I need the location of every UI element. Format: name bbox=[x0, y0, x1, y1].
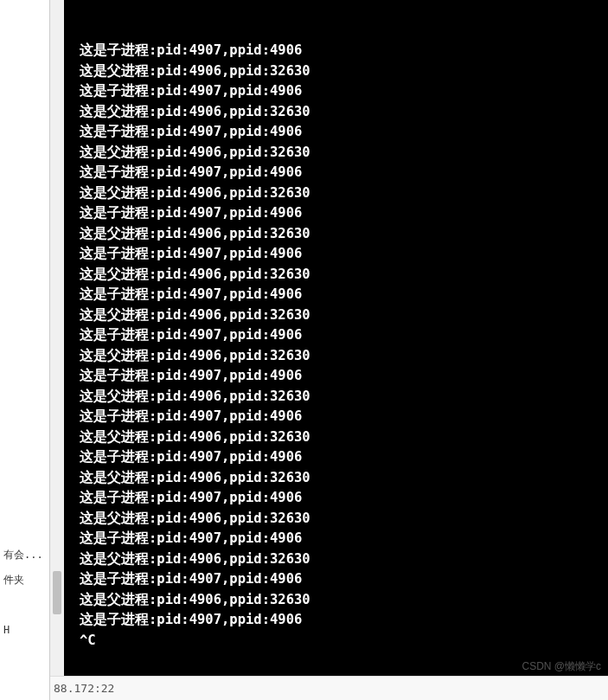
terminal-line: 这是父进程:pid:4906,ppid:32630 bbox=[80, 387, 608, 408]
scrollbar-thumb[interactable] bbox=[53, 571, 61, 614]
terminal-line: 这是子进程:pid:4907,ppid:4906 bbox=[80, 244, 608, 265]
watermark: CSDN @懒懒学c bbox=[522, 659, 601, 674]
left-item-1[interactable]: 有会... bbox=[0, 543, 49, 568]
terminal-line: 这是子进程:pid:4907,ppid:4906 bbox=[80, 407, 608, 427]
left-item-2[interactable]: 件夹 bbox=[0, 568, 49, 593]
status-bar: 88.172:22 bbox=[50, 676, 608, 700]
terminal-line: 这是子进程:pid:4907,ppid:4906 bbox=[80, 569, 608, 590]
terminal-line: 这是子进程:pid:4907,ppid:4906 bbox=[80, 488, 608, 509]
terminal-line: 这是父进程:pid:4906,ppid:32630 bbox=[80, 468, 608, 489]
terminal-line: 这是子进程:pid:4907,ppid:4906 bbox=[80, 163, 608, 183]
left-item-3[interactable]: H bbox=[0, 619, 49, 641]
terminal-line: 这是父进程:pid:4906,ppid:32630 bbox=[80, 183, 608, 204]
terminal-line: 这是子进程:pid:4907,ppid:4906 bbox=[80, 81, 608, 102]
terminal-line: 这是父进程:pid:4906,ppid:32630 bbox=[80, 590, 608, 611]
terminal-line: 这是父进程:pid:4906,ppid:32630 bbox=[80, 305, 608, 326]
terminal-line: 这是父进程:pid:4906,ppid:32630 bbox=[80, 549, 608, 570]
terminal-line: 这是父进程:pid:4906,ppid:32630 bbox=[80, 509, 608, 530]
terminal-line: 这是子进程:pid:4907,ppid:4906 bbox=[80, 610, 608, 631]
terminal-line: 这是父进程:pid:4906,ppid:32630 bbox=[80, 265, 608, 286]
terminal-line: 这是父进程:pid:4906,ppid:32630 bbox=[80, 346, 608, 367]
terminal-line: 这是子进程:pid:4907,ppid:4906 bbox=[80, 41, 608, 61]
terminal-line: 这是子进程:pid:4907,ppid:4906 bbox=[80, 529, 608, 549]
terminal-line: 这是子进程:pid:4907,ppid:4906 bbox=[80, 447, 608, 468]
terminal-line: ^C bbox=[80, 631, 608, 652]
terminal-line: 这是父进程:pid:4906,ppid:32630 bbox=[80, 61, 608, 82]
left-panel: 有会... 件夹 H bbox=[0, 0, 50, 700]
terminal-line: 这是父进程:pid:4906,ppid:32630 bbox=[80, 102, 608, 123]
terminal-line: 这是父进程:pid:4906,ppid:32630 bbox=[80, 143, 608, 164]
terminal-scrollbar[interactable] bbox=[50, 0, 64, 676]
terminal-output[interactable]: 这是子进程:pid:4907,ppid:4906这是父进程:pid:4906,p… bbox=[64, 0, 608, 676]
terminal-line: 这是父进程:pid:4906,ppid:32630 bbox=[80, 427, 608, 448]
terminal-line: 这是子进程:pid:4907,ppid:4906 bbox=[80, 203, 608, 224]
terminal-line: 这是子进程:pid:4907,ppid:4906 bbox=[80, 366, 608, 387]
terminal-line: 这是父进程:pid:4906,ppid:32630 bbox=[80, 224, 608, 245]
connection-info: 88.172:22 bbox=[54, 682, 114, 695]
terminal-line: 这是子进程:pid:4907,ppid:4906 bbox=[80, 325, 608, 346]
terminal-line: 这是子进程:pid:4907,ppid:4906 bbox=[80, 122, 608, 143]
terminal-line: 这是子进程:pid:4907,ppid:4906 bbox=[80, 285, 608, 305]
